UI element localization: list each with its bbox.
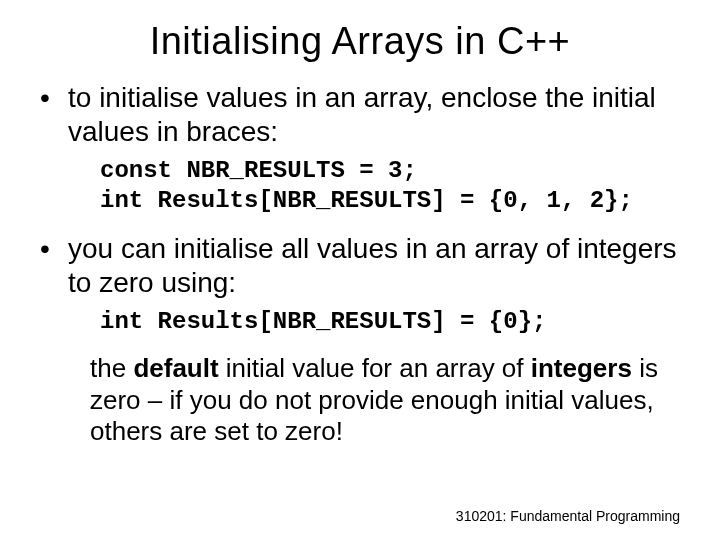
bullet-dot: • (40, 81, 68, 148)
slide-title: Initialising Arrays in C++ (40, 20, 680, 63)
bullet-dot: • (40, 232, 68, 299)
note-bold: default (133, 353, 218, 383)
bullet-text: to initialise values in an array, enclos… (68, 81, 680, 148)
code-line: int Results[NBR_RESULTS] = {0, 1, 2}; (100, 187, 633, 214)
bullet-item-1: • to initialise values in an array, encl… (40, 81, 680, 148)
note-segment: the (90, 353, 133, 383)
slide: Initialising Arrays in C++ • to initiali… (0, 0, 720, 540)
code-block-1: const NBR_RESULTS = 3; int Results[NBR_R… (100, 156, 680, 216)
note-segment: initial value for an array of (219, 353, 531, 383)
note-bold: integers (531, 353, 632, 383)
note-text: the default initial value for an array o… (90, 353, 660, 447)
bullet-item-2: • you can initialise all values in an ar… (40, 232, 680, 299)
bullet-text: you can initialise all values in an arra… (68, 232, 680, 299)
code-block-2: int Results[NBR_RESULTS] = {0}; (100, 307, 680, 337)
code-line: const NBR_RESULTS = 3; (100, 157, 417, 184)
code-line: int Results[NBR_RESULTS] = {0}; (100, 308, 546, 335)
slide-footer: 310201: Fundamental Programming (456, 508, 680, 524)
